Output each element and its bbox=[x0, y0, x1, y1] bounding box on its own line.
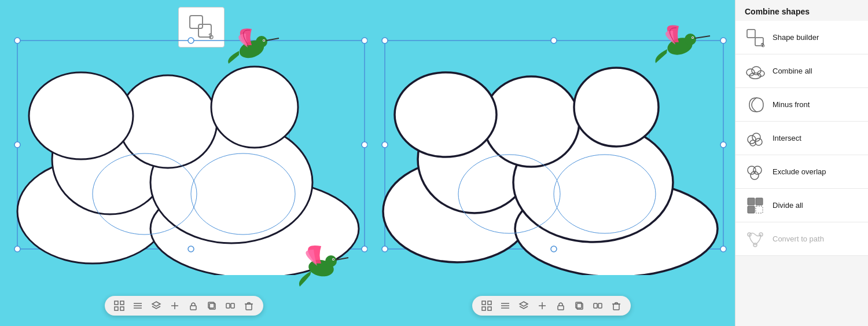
divide-all-label: Divide all bbox=[773, 201, 803, 210]
svg-point-54 bbox=[483, 76, 579, 167]
combine-all-label: Combine all bbox=[773, 67, 812, 75]
svg-point-28 bbox=[325, 255, 337, 267]
left-canvas-panel[interactable] bbox=[0, 0, 367, 326]
svg-rect-34 bbox=[120, 307, 124, 310]
svg-rect-84 bbox=[598, 303, 602, 308]
svg-point-65 bbox=[551, 246, 557, 252]
intersect-label: Intersect bbox=[773, 134, 801, 142]
shape-builder-icon bbox=[745, 27, 766, 48]
hummingbird-top-left bbox=[220, 17, 289, 75]
svg-point-18 bbox=[14, 142, 20, 148]
layers-icon[interactable] bbox=[150, 299, 163, 312]
svg-rect-32 bbox=[120, 301, 124, 305]
svg-rect-71 bbox=[482, 301, 486, 305]
svg-point-96 bbox=[755, 138, 762, 145]
grid-icon[interactable] bbox=[113, 299, 126, 312]
intersect-icon bbox=[745, 128, 766, 149]
svg-rect-43 bbox=[226, 303, 230, 308]
sidebar: Combine shapes Shape builder Combine all bbox=[735, 0, 868, 326]
svg-rect-88 bbox=[755, 38, 763, 46]
svg-point-30 bbox=[333, 259, 334, 260]
lock-icon[interactable] bbox=[187, 299, 200, 312]
duplicate-icon-right[interactable] bbox=[573, 299, 586, 312]
sidebar-item-divide-all[interactable]: Divide all bbox=[735, 189, 868, 222]
group-icon-right[interactable] bbox=[591, 299, 604, 312]
svg-point-56 bbox=[395, 72, 496, 157]
svg-point-24 bbox=[256, 36, 267, 47]
svg-rect-45 bbox=[246, 304, 252, 310]
svg-rect-87 bbox=[747, 30, 755, 38]
svg-point-20 bbox=[14, 246, 20, 252]
svg-rect-102 bbox=[748, 206, 755, 213]
svg-rect-80 bbox=[558, 306, 564, 310]
svg-point-94 bbox=[748, 135, 756, 144]
menu-icon[interactable] bbox=[131, 299, 144, 312]
svg-rect-73 bbox=[482, 307, 486, 310]
layers-icon-right[interactable] bbox=[517, 299, 530, 312]
svg-point-19 bbox=[362, 142, 367, 148]
svg-point-16 bbox=[188, 38, 194, 43]
sidebar-item-intersect[interactable]: Intersect bbox=[735, 122, 868, 155]
svg-rect-72 bbox=[488, 301, 491, 305]
svg-point-21 bbox=[188, 246, 194, 252]
sidebar-item-convert-to-path[interactable]: Convert to path bbox=[735, 222, 868, 256]
right-canvas-panel[interactable] bbox=[367, 0, 735, 326]
svg-point-64 bbox=[382, 246, 388, 252]
svg-rect-83 bbox=[594, 303, 597, 308]
divide-all-icon bbox=[745, 195, 766, 216]
sidebar-title: Combine shapes bbox=[735, 0, 868, 21]
svg-rect-101 bbox=[748, 198, 755, 205]
shape-builder-label: Shape builder bbox=[773, 33, 819, 42]
svg-rect-104 bbox=[756, 206, 763, 213]
lock-icon-right[interactable] bbox=[554, 299, 567, 312]
convert-to-path-label: Convert to path bbox=[773, 235, 824, 243]
svg-point-66 bbox=[720, 246, 726, 252]
svg-rect-33 bbox=[115, 307, 118, 310]
left-toolbar bbox=[105, 296, 263, 316]
svg-rect-85 bbox=[613, 304, 619, 310]
svg-rect-74 bbox=[488, 307, 491, 310]
sidebar-item-minus-front[interactable]: Minus front bbox=[735, 88, 868, 122]
svg-point-11 bbox=[211, 67, 298, 148]
sidebar-item-shape-builder[interactable]: Shape builder bbox=[735, 21, 868, 54]
trash-icon-right[interactable] bbox=[610, 299, 623, 312]
minus-front-label: Minus front bbox=[773, 100, 810, 109]
group-icon[interactable] bbox=[224, 299, 237, 312]
menu-icon-right[interactable] bbox=[499, 299, 512, 312]
svg-point-70 bbox=[692, 37, 693, 38]
svg-rect-40 bbox=[190, 306, 196, 310]
svg-rect-103 bbox=[756, 198, 763, 205]
svg-point-63 bbox=[720, 142, 726, 148]
svg-point-90 bbox=[746, 69, 755, 76]
svg-point-12 bbox=[29, 72, 133, 159]
combine-all-icon bbox=[745, 61, 766, 82]
svg-point-22 bbox=[362, 246, 367, 252]
svg-point-68 bbox=[685, 34, 696, 45]
svg-point-61 bbox=[720, 38, 726, 43]
add-icon-right[interactable] bbox=[536, 299, 549, 312]
exclude-overlap-label: Exclude overlap bbox=[773, 167, 826, 176]
hummingbird-bottom-left bbox=[289, 233, 353, 297]
duplicate-icon[interactable] bbox=[205, 299, 218, 312]
minus-front-icon bbox=[745, 94, 766, 115]
exclude-overlap-icon bbox=[745, 162, 766, 182]
sidebar-item-combine-all[interactable]: Combine all bbox=[735, 54, 868, 88]
svg-point-60 bbox=[551, 38, 557, 43]
svg-point-62 bbox=[382, 142, 388, 148]
svg-rect-44 bbox=[231, 303, 234, 308]
svg-point-15 bbox=[14, 38, 20, 43]
add-icon[interactable] bbox=[168, 299, 181, 312]
trash-icon[interactable] bbox=[242, 299, 255, 312]
svg-rect-31 bbox=[115, 301, 118, 305]
svg-point-55 bbox=[574, 68, 659, 146]
hummingbird-top-right bbox=[645, 14, 720, 72]
right-toolbar bbox=[472, 296, 631, 316]
svg-point-59 bbox=[382, 38, 388, 43]
sidebar-item-exclude-overlap[interactable]: Exclude overlap bbox=[735, 155, 868, 189]
svg-point-17 bbox=[362, 38, 367, 43]
grid-icon-right[interactable] bbox=[480, 299, 493, 312]
convert-to-path-icon bbox=[745, 229, 766, 250]
svg-point-26 bbox=[263, 40, 264, 41]
svg-rect-0 bbox=[190, 16, 203, 28]
